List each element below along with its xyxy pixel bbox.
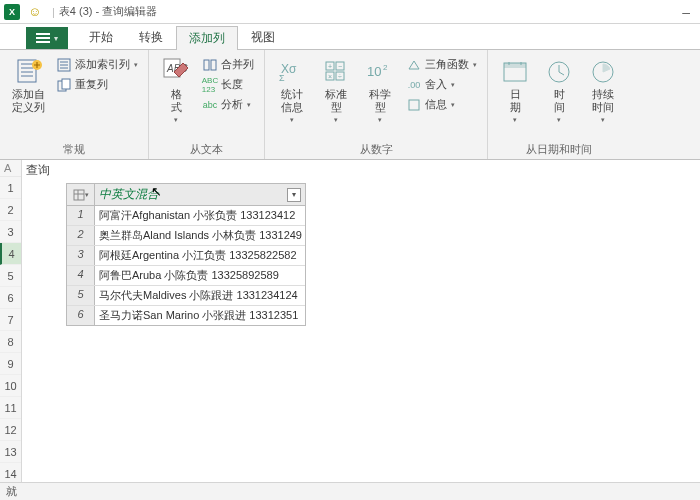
data-grid[interactable]: ▾ 中英文混合 ↖ ▾ 1阿富汗Afghanistan 小张负责 1331234… [66,183,306,326]
svg-text:÷: ÷ [338,73,342,80]
qat-separator: | [52,6,55,18]
group-label-general: 常规 [8,140,140,157]
table-row[interactable]: 6圣马力诺San Marino 小张跟进 13312351 [67,306,305,325]
status-text: 就 [6,485,17,497]
excel-row-header[interactable]: 3 [0,221,21,243]
grid-corner[interactable]: ▾ [67,184,95,205]
excel-row-header[interactable]: 9 [0,353,21,375]
excel-row-header[interactable]: 6 [0,287,21,309]
merge-columns-button[interactable]: 合并列 [201,56,256,73]
analyze-button[interactable]: abc 分析 ▾ [201,96,256,113]
excel-row-header[interactable]: 11 [0,397,21,419]
add-index-column-button[interactable]: 添加索引列 ▾ [55,56,140,73]
excel-row-header[interactable]: 1 [0,177,21,199]
statistics-button[interactable]: XσΣ 统计 信息 ▾ [273,54,311,126]
smile-icon: ☺ [28,4,44,20]
excel-row-header[interactable]: 12 [0,419,21,441]
excel-row-header[interactable]: 13 [0,441,21,463]
row-header[interactable]: 5 [67,286,95,305]
excel-row-header[interactable]: 7 [0,309,21,331]
svg-rect-2 [36,41,50,43]
row-header[interactable]: 2 [67,226,95,245]
stat-icon: XσΣ [277,56,307,86]
row-header[interactable]: 1 [67,206,95,225]
round-button[interactable]: .00 舍入▾ [405,76,479,93]
tab-add-column[interactable]: 添加列 [176,26,238,50]
tab-transform[interactable]: 转换 [126,25,176,49]
svg-text:−: − [338,63,342,70]
add-custom-column-button[interactable]: 添加自 定义列 [8,54,49,116]
date-label: 日 期 [510,88,521,114]
query-pane-title: 查询 [22,160,700,181]
svg-text:10: 10 [367,64,381,79]
ribbon-tabs: 开始 转换 添加列 视图 [0,24,700,50]
excel-row-gutter: A 1234567891011121314 [0,160,22,482]
time-button[interactable]: 时 间 ▾ [540,54,578,126]
cell[interactable]: 阿富汗Afghanistan 小张负责 133123412 [95,206,305,225]
length-button[interactable]: ABC123 长度 [201,76,256,93]
status-bar: 就 [0,482,700,500]
column-name: 中英文混合 [99,186,159,203]
row-header[interactable]: 6 [67,306,95,325]
query-editor-pane: 查询 ▾ 中英文混合 ↖ ▾ 1阿富汗Afghanistan 小张负责 1331… [22,160,700,482]
excel-icon: X [4,4,20,20]
svg-rect-29 [74,190,84,200]
excel-row-header[interactable]: 4 [0,243,21,265]
cell[interactable]: 奥兰群岛Aland Islands 小林负责 1331249 [95,226,305,245]
tab-home[interactable]: 开始 [76,25,126,49]
date-button[interactable]: 日 期 ▾ [496,54,534,126]
cell[interactable]: 阿鲁巴Aruba 小陈负责 13325892589 [95,266,305,285]
format-button[interactable]: ABC 格 式 ▾ [157,54,195,126]
title-bar: X ☺ | 表4 (3) - 查询编辑器 – [0,0,700,24]
window-title: 表4 (3) - 查询编辑器 [59,4,157,19]
duration-button[interactable]: 持续 时间 ▾ [584,54,622,126]
format-icon: ABC [161,56,191,86]
column-header[interactable]: 中英文混合 ↖ ▾ [95,184,305,205]
add-index-column-label: 添加索引列 [75,57,130,72]
group-label-number: 从数字 [273,140,479,157]
info-button[interactable]: 信息▾ [405,96,479,113]
analyze-label: 分析 [221,97,243,112]
svg-rect-7 [62,79,70,89]
cell[interactable]: 阿根廷Argentina 小江负责 13325822582 [95,246,305,265]
excel-row-header[interactable]: 8 [0,331,21,353]
row-header[interactable]: 4 [67,266,95,285]
table-row[interactable]: 3阿根廷Argentina 小江负责 13325822582 [67,246,305,266]
merge-columns-label: 合并列 [221,57,254,72]
table-row[interactable]: 4阿鲁巴Aruba 小陈负责 13325892589 [67,266,305,286]
standard-button[interactable]: +−×÷ 标准 型 ▾ [317,54,355,126]
trig-button[interactable]: 三角函数▾ [405,56,479,73]
gutter-header: A [0,160,21,177]
tab-view[interactable]: 视图 [238,25,288,49]
cell[interactable]: 马尔代夫Maldives 小陈跟进 1331234124 [95,286,305,305]
table-row[interactable]: 2奥兰群岛Aland Islands 小林负责 1331249 [67,226,305,246]
svg-text:+: + [328,63,332,70]
excel-row-header[interactable]: 2 [0,199,21,221]
minimize-button[interactable]: – [682,4,690,20]
excel-row-header[interactable]: 10 [0,375,21,397]
excel-row-header[interactable]: 5 [0,265,21,287]
cursor-icon: ↖ [151,184,162,199]
column-filter-dropdown[interactable]: ▾ [287,188,301,202]
table-row[interactable]: 5马尔代夫Maldives 小陈跟进 1331234124 [67,286,305,306]
grid-header-row: ▾ 中英文混合 ↖ ▾ [67,184,305,206]
trig-label: 三角函数 [425,57,469,72]
round-label: 舍入 [425,77,447,92]
svg-text:Σ: Σ [279,73,285,81]
svg-text:2: 2 [383,63,388,72]
duplicate-column-button[interactable]: 重复列 [55,76,140,93]
standard-label: 标准 型 [325,88,347,114]
cell[interactable]: 圣马力诺San Marino 小张跟进 13312351 [95,306,305,325]
index-icon [57,58,71,72]
time-icon [544,56,574,86]
file-menu-icon [36,33,50,43]
info-icon [407,98,421,112]
scientific-button[interactable]: 102 科学 型 ▾ [361,54,399,126]
svg-rect-24 [409,100,419,110]
svg-rect-0 [36,33,50,35]
file-tab[interactable] [26,27,68,49]
row-header[interactable]: 3 [67,246,95,265]
table-icon [73,189,85,201]
length-icon: ABC123 [203,78,217,92]
table-row[interactable]: 1阿富汗Afghanistan 小张负责 133123412 [67,206,305,226]
